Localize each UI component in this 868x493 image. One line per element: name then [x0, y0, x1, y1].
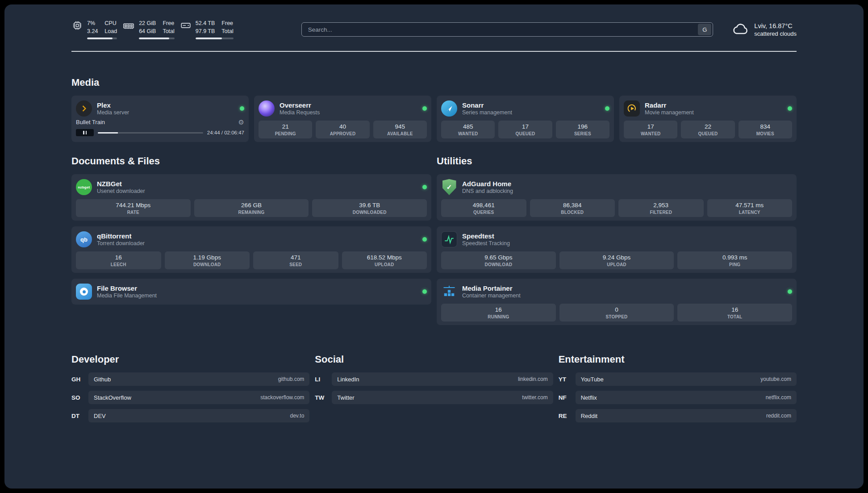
stat-value: 2,953 — [620, 202, 702, 209]
service-subtitle: Torrent downloader — [97, 240, 145, 246]
service-name: Media Portainer — [462, 284, 521, 292]
weather-condition: scattered clouds — [754, 30, 797, 37]
ram-metric: 22 GiB 64 GiB Free Total — [122, 20, 175, 39]
service-subtitle: DNS and adblocking — [462, 188, 513, 194]
service-name: Sonarr — [462, 101, 512, 109]
link-row-linkedin: LI LinkedIn linkedin.com — [315, 372, 553, 386]
stat-label: STOPPED — [561, 314, 672, 319]
stat-label: WANTED — [626, 131, 676, 136]
service-card-speedtest[interactable]: Speedtest Speedtest Tracking 9.65 Gbps D… — [437, 226, 797, 273]
stat-value: 40 — [317, 123, 367, 130]
status-dot — [788, 289, 792, 294]
service-card-overseerr[interactable]: Overseerr Media Requests 21 PENDING 40 A… — [254, 96, 431, 142]
stat-value: 834 — [740, 123, 790, 130]
section-title-social: Social — [315, 354, 553, 365]
service-card-qbittorrent[interactable]: qb qBittorrent Torrent downloader 16 LEE… — [71, 226, 431, 273]
stat-value: 266 GB — [196, 202, 307, 209]
stat-value: 0 — [561, 306, 672, 313]
section-social: Social LI LinkedIn linkedin.com TW Twitt… — [315, 354, 553, 427]
stat-label: RUNNING — [443, 314, 554, 319]
ram-total-value: 64 GiB — [139, 28, 156, 36]
stat-tile: 86,384 BLOCKED — [530, 199, 615, 217]
status-dot — [605, 106, 609, 111]
status-dot — [788, 106, 792, 111]
link-dev[interactable]: DEV dev.to — [88, 409, 309, 422]
service-name: Speedtest — [462, 232, 510, 240]
link-row-dev: DT DEV dev.to — [71, 409, 309, 422]
stat-label: PING — [679, 262, 790, 267]
link-row-stackoverflow: SO StackOverflow stackoverflow.com — [71, 391, 309, 404]
link-row-youtube: YT YouTube youtube.com — [559, 372, 797, 386]
service-card-filebrowser[interactable]: File Browser Media File Management — [71, 279, 431, 305]
service-card-nzbget[interactable]: nzbget NZBGet Usenet downloader 744.21 M… — [71, 174, 431, 221]
link-abbr: RE — [559, 413, 576, 419]
link-linkedin[interactable]: LinkedIn linkedin.com — [332, 372, 553, 386]
pause-button[interactable] — [76, 129, 94, 136]
stat-label: SERIES — [558, 131, 608, 136]
link-abbr: NF — [559, 394, 576, 401]
stat-value: 22 — [683, 123, 733, 130]
stat-label: QUEUED — [500, 131, 550, 136]
cpu-percent: 7% — [87, 20, 98, 28]
ram-icon — [122, 20, 135, 32]
link-twitter[interactable]: Twitter twitter.com — [332, 391, 553, 404]
stat-tile: 16 TOTAL — [677, 304, 792, 322]
search-bar[interactable]: G — [301, 22, 714, 37]
stat-tile: 22 QUEUED — [681, 121, 734, 138]
stat-label: QUERIES — [443, 210, 525, 215]
service-card-radarr[interactable]: Radarr Movie management 17 WANTED 22 QUE… — [619, 96, 797, 142]
cpu-progress-bar — [87, 38, 117, 39]
service-card-sonarr[interactable]: Sonarr Series management 485 WANTED 17 Q… — [437, 96, 614, 142]
service-card-portainer[interactable]: Media Portainer Container management 16 … — [437, 279, 797, 325]
section-media: Media Plex Media server Bullet Train ⚙ — [71, 77, 797, 142]
link-github[interactable]: Github github.com — [88, 372, 309, 386]
stat-tile: 498,461 QUERIES — [441, 199, 526, 217]
link-reddit[interactable]: Reddit reddit.com — [576, 409, 797, 422]
plex-icon — [76, 100, 92, 117]
stat-label: FILTERED — [620, 210, 702, 215]
stat-value: 16 — [679, 306, 790, 313]
link-abbr: GH — [71, 376, 88, 383]
stat-value: 744.21 Mbps — [78, 202, 189, 209]
section-title-documents: Documents & Files — [71, 155, 431, 167]
stat-label: APPROVED — [317, 131, 367, 136]
gear-icon[interactable]: ⚙ — [238, 119, 244, 125]
stat-value: 9.24 Gbps — [561, 254, 672, 261]
link-netflix[interactable]: Netflix netflix.com — [576, 391, 797, 404]
stat-tile: 47.571 ms LATENCY — [707, 199, 793, 217]
section-entertainment: Entertainment YT YouTube youtube.com NF … — [559, 354, 797, 427]
service-subtitle: Media server — [97, 109, 129, 116]
stat-label: UPLOAD — [344, 262, 426, 267]
link-stackoverflow[interactable]: StackOverflow stackoverflow.com — [88, 391, 309, 404]
stat-label: AVAILABLE — [375, 131, 425, 136]
cpu-load-value: 3.24 — [87, 28, 98, 36]
cpu-label: CPU — [104, 20, 117, 28]
link-abbr: DT — [71, 413, 88, 419]
sonarr-icon — [441, 100, 457, 117]
playback-time: 24:44 / 02:06:47 — [207, 130, 244, 135]
service-subtitle: Movie management — [645, 109, 694, 116]
disk-free-value: 52.4 TB — [196, 20, 215, 28]
stat-value: 945 — [375, 123, 425, 130]
search-input[interactable] — [307, 26, 698, 33]
disk-free-label: Free — [221, 20, 233, 28]
filebrowser-icon — [76, 284, 92, 300]
stat-tile: 196 SERIES — [556, 121, 609, 138]
link-row-netflix: NF Netflix netflix.com — [559, 391, 797, 404]
stat-value: 17 — [626, 123, 676, 130]
service-card-plex[interactable]: Plex Media server Bullet Train ⚙ 24:44 /… — [71, 96, 249, 142]
service-card-adguard[interactable]: ✓ AdGuard Home DNS and adblocking 498,46… — [437, 174, 797, 221]
search-provider-button[interactable]: G — [698, 24, 711, 35]
link-youtube[interactable]: YouTube youtube.com — [576, 372, 797, 386]
playback-progress-bar[interactable] — [98, 132, 203, 134]
stat-tile: 40 APPROVED — [316, 121, 369, 138]
stat-label: UPLOAD — [561, 262, 672, 267]
stat-value: 9.65 Gbps — [443, 254, 554, 261]
section-utilities: Utilities ✓ AdGuard Home DNS and adblock… — [437, 155, 797, 325]
qbittorrent-icon: qb — [76, 231, 92, 247]
stat-tile: 618.52 Mbps UPLOAD — [342, 251, 427, 269]
stat-value: 618.52 Mbps — [344, 254, 426, 261]
service-subtitle: Container management — [462, 292, 521, 299]
service-subtitle: Usenet downloader — [97, 188, 145, 194]
stat-value: 17 — [500, 123, 550, 130]
